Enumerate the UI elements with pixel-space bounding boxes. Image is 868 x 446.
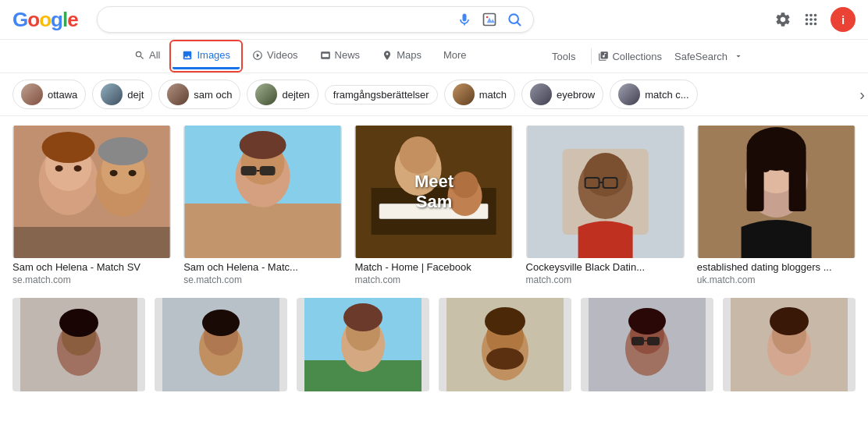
tab-maps[interactable]: Maps bbox=[372, 43, 431, 69]
svg-rect-21 bbox=[260, 166, 276, 175]
image-source-1: se.match.com bbox=[12, 274, 171, 285]
chip-dejten[interactable]: dejten bbox=[247, 80, 318, 109]
image-grid-row2 bbox=[12, 298, 856, 391]
image-item-r2-6[interactable] bbox=[723, 298, 856, 391]
image-item-3[interactable]: Meet Sam Match - Home | Facebook match.c… bbox=[354, 126, 513, 285]
chips-next-button[interactable]: › bbox=[836, 73, 868, 115]
image-source-3: match.com bbox=[354, 274, 513, 285]
image-thumbnail-r2-5 bbox=[581, 298, 713, 391]
search-icons bbox=[457, 12, 522, 27]
image-item-2[interactable]: Sam och Helena - Matc... se.match.com bbox=[183, 126, 342, 285]
svg-point-9 bbox=[42, 132, 95, 163]
svg-point-47 bbox=[782, 165, 792, 172]
image-thumbnail-4 bbox=[526, 126, 685, 258]
svg-point-1 bbox=[486, 16, 488, 18]
image-title-4: Cockeysville Black Datin... bbox=[526, 261, 685, 273]
header: Google site:match.com sam bbox=[0, 0, 868, 40]
search-button[interactable] bbox=[507, 12, 522, 27]
image-item-r2-1[interactable] bbox=[12, 298, 145, 391]
nav-tabs: All Images Videos News Maps More Tools C… bbox=[0, 40, 868, 73]
image-item-1[interactable]: Sam och Helena - Match SV se.match.com bbox=[12, 126, 171, 285]
svg-point-12 bbox=[110, 170, 118, 176]
chip-dejt[interactable]: dejt bbox=[92, 80, 152, 109]
tab-all[interactable]: All bbox=[125, 43, 169, 69]
header-right: i bbox=[774, 7, 856, 32]
svg-point-13 bbox=[129, 170, 137, 176]
svg-point-64 bbox=[486, 348, 524, 370]
image-grid-row1: Sam och Helena - Match SV se.match.com bbox=[12, 126, 856, 285]
image-thumbnail-1 bbox=[12, 126, 171, 258]
search-bar: site:match.com sam bbox=[97, 6, 534, 33]
google-logo[interactable]: Google bbox=[12, 8, 78, 32]
apps-button[interactable] bbox=[802, 11, 820, 28]
collections-button[interactable]: Collections bbox=[598, 51, 662, 62]
chip-ottawa[interactable]: ottawa bbox=[12, 80, 86, 109]
image-thumbnail-r2-1 bbox=[12, 298, 145, 391]
image-source-5: uk.match.com bbox=[697, 274, 856, 285]
settings-button[interactable] bbox=[774, 11, 792, 28]
voice-search-button[interactable] bbox=[457, 12, 472, 27]
tools-button[interactable]: Tools bbox=[542, 44, 585, 69]
svg-point-7 bbox=[55, 165, 63, 172]
safesearch-button[interactable]: SafeSearch bbox=[674, 51, 727, 62]
image-search-button[interactable] bbox=[482, 12, 497, 27]
svg-point-76 bbox=[770, 307, 809, 335]
svg-rect-20 bbox=[241, 166, 257, 175]
svg-point-65 bbox=[485, 307, 525, 335]
svg-point-51 bbox=[59, 309, 98, 337]
main-content: Sam och Helena - Match SV se.match.com bbox=[0, 116, 868, 401]
svg-point-35 bbox=[583, 153, 627, 196]
chip-match[interactable]: match bbox=[444, 80, 515, 109]
chip-match2[interactable]: match c... bbox=[610, 80, 697, 109]
image-thumbnail-3: Meet Sam bbox=[354, 126, 513, 258]
user-avatar[interactable]: i bbox=[831, 7, 856, 32]
image-title-5: established dating bloggers ... bbox=[697, 261, 856, 273]
image-thumbnail-r2-4 bbox=[439, 298, 571, 391]
image-title-1: Sam och Helena - Match SV bbox=[12, 261, 171, 273]
tab-more[interactable]: More bbox=[434, 43, 476, 69]
image-item-r2-2[interactable] bbox=[155, 298, 287, 391]
tab-videos[interactable]: Videos bbox=[243, 43, 308, 69]
image-item-4[interactable]: Cockeysville Black Datin... match.com bbox=[526, 126, 685, 285]
svg-point-8 bbox=[74, 165, 82, 172]
svg-point-29 bbox=[400, 136, 437, 174]
image-item-r2-3[interactable] bbox=[297, 298, 429, 391]
svg-rect-70 bbox=[647, 337, 660, 345]
tab-images[interactable]: Images bbox=[173, 43, 240, 69]
image-thumbnail-r2-2 bbox=[155, 298, 287, 391]
svg-point-46 bbox=[760, 165, 770, 172]
image-thumbnail-5 bbox=[697, 126, 856, 258]
svg-point-60 bbox=[343, 303, 382, 331]
svg-line-3 bbox=[517, 23, 520, 26]
chip-framgangsberattelser[interactable]: framgångsberättelser bbox=[325, 85, 438, 104]
svg-rect-69 bbox=[631, 337, 644, 345]
image-thumbnail-r2-3 bbox=[297, 298, 429, 391]
image-overlay-text: Meet Sam bbox=[394, 172, 474, 212]
image-item-r2-5[interactable] bbox=[581, 298, 713, 391]
svg-point-72 bbox=[628, 308, 666, 334]
image-source-2: se.match.com bbox=[183, 274, 342, 285]
image-thumbnail-2 bbox=[183, 126, 342, 258]
chips-row: ottawa dejt sam och dejten framgångsberä… bbox=[0, 73, 868, 116]
svg-point-55 bbox=[202, 310, 240, 336]
svg-rect-15 bbox=[14, 227, 170, 258]
image-title-3: Match - Home | Facebook bbox=[354, 261, 513, 273]
svg-rect-17 bbox=[185, 204, 341, 258]
image-title-2: Sam och Helena - Matc... bbox=[183, 261, 342, 273]
image-source-4: match.com bbox=[526, 274, 685, 285]
svg-point-14 bbox=[98, 137, 148, 165]
svg-rect-44 bbox=[746, 149, 763, 211]
image-item-5[interactable]: established dating bloggers ... uk.match… bbox=[697, 126, 856, 285]
chip-sam-och[interactable]: sam och bbox=[158, 80, 240, 109]
image-thumbnail-r2-6 bbox=[723, 298, 856, 391]
tab-news[interactable]: News bbox=[311, 43, 370, 69]
svg-point-23 bbox=[240, 131, 286, 159]
nav-right: Tools Collections SafeSearch bbox=[542, 44, 743, 69]
chip-eyebrow[interactable]: eyebrow bbox=[521, 80, 603, 109]
image-item-r2-4[interactable] bbox=[439, 298, 571, 391]
search-input[interactable]: site:match.com sam bbox=[108, 12, 449, 27]
svg-rect-45 bbox=[788, 149, 806, 211]
